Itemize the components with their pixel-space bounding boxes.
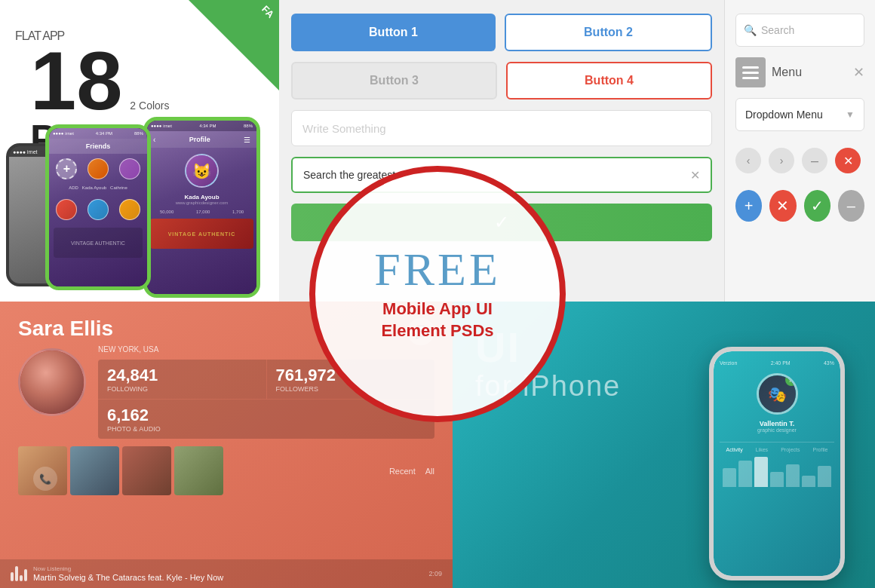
action-delete-btn[interactable]: ✕ — [769, 190, 796, 222]
now-listening-label: Now Listening — [33, 565, 422, 572]
phones-container: ●●●● irnet4:34 PM88% ●●●● irnet 4:34 PM … — [0, 106, 279, 302]
chart-bar-7 — [818, 466, 831, 487]
sara-photo-4 — [174, 446, 223, 495]
search-input-right[interactable]: 🔍 Search — [735, 14, 864, 47]
teal-avatar-row: 🎭 ★ Vallentin T. graphic designer — [720, 373, 834, 433]
sara-photo-3 — [122, 446, 171, 495]
teal-phone-body: Verzion 2:40 PM 43% 🎭 ★ — [709, 347, 845, 580]
button-2[interactable]: Button 2 — [505, 14, 712, 51]
nav-next-icon[interactable]: › — [769, 148, 794, 173]
teal-star-icon: ★ — [785, 374, 797, 386]
music-bars-icon — [11, 566, 27, 581]
nav-prev-icon[interactable]: ‹ — [735, 148, 761, 173]
friend-avatar-1 — [88, 158, 109, 179]
sara-music-bar: Now Listening Martin Solveig & The Catar… — [0, 559, 453, 588]
teal-chart — [723, 457, 831, 487]
song-time: 2:09 — [428, 570, 442, 577]
teal-user1-name: Vallentin T. — [757, 420, 798, 427]
action-circles-row: + ✕ ✓ – — [735, 190, 864, 222]
menu-row: Menu ✕ — [735, 57, 864, 87]
friend-avatar-5 — [119, 199, 140, 220]
nav-minus-icon[interactable]: – — [802, 148, 827, 173]
button-row-2: Button 3 Button 4 — [291, 62, 712, 100]
teal-phone-time: 2:40 PM — [771, 360, 791, 366]
add-friend-btn[interactable]: + — [56, 158, 77, 179]
sara-song-info: Now Listening Martin Solveig & The Catar… — [33, 565, 422, 582]
song-title: Martin Solveig & The Cataracs feat. Kyle… — [33, 573, 422, 582]
friend-avatar-2 — [119, 158, 140, 179]
sara-call-icon[interactable]: 📞 — [33, 467, 57, 491]
button-3[interactable]: Button 3 — [291, 62, 497, 100]
tab-likes[interactable]: Likes — [756, 447, 768, 452]
vintage-text: VINTAGE AUTHENTIC — [71, 240, 125, 246]
phone-green-profile: ●●●● irnet 4:34 PM 88% ‹ Profile ☰ 😺 Kad… — [143, 117, 260, 298]
teal-user1-role: graphic designer — [757, 427, 798, 433]
tab-projects[interactable]: Projects — [781, 447, 800, 452]
sara-avatar — [18, 348, 86, 416]
chart-bar-6 — [802, 476, 815, 487]
button-4[interactable]: Button 4 — [506, 62, 712, 100]
action-add-btn[interactable]: + — [735, 190, 762, 222]
center-overlay-circle: FREE Mobile App UIElement PSDs — [309, 166, 566, 422]
menu-close-icon[interactable]: ✕ — [853, 64, 864, 81]
teal-phone-screen: Verzion 2:40 PM 43% 🎭 ★ — [714, 351, 840, 576]
all-label: All — [425, 467, 434, 476]
following-label: FOLLOWING — [107, 385, 257, 393]
menu-label: Menu — [772, 66, 847, 79]
button-row-1: Button 1 Button 2 — [291, 14, 712, 51]
profile-label: Profile — [189, 136, 210, 143]
ui-elements-right: 🔍 Search Menu ✕ Dropdown Menu ▼ ‹ › – ✕ — [724, 0, 875, 302]
search-icon: 🔍 — [744, 24, 757, 36]
dropdown-arrow-icon: ▼ — [846, 109, 855, 120]
top-left-promo: FA FLAT APP 18 2 Colors PSD ●●●● irnet4:… — [0, 0, 279, 302]
chart-bar-1 — [723, 468, 736, 487]
action-minus-btn[interactable]: – — [838, 190, 864, 222]
hamburger-icon[interactable] — [735, 57, 766, 87]
teal-phone-mockup: Verzion 2:40 PM 43% 🎭 ★ — [709, 347, 860, 588]
recent-label: Recent — [389, 467, 416, 476]
friend-avatar-4 — [88, 199, 109, 220]
phone-green-friends: ●●●● irnet 4:34 PM 88% Friends + ADD Kad… — [45, 124, 151, 290]
input-clear-icon[interactable]: ✕ — [690, 168, 700, 182]
nav-close-icon[interactable]: ✕ — [835, 148, 861, 173]
search-placeholder: Search — [761, 24, 794, 36]
nav-arrows-row: ‹ › – ✕ — [735, 142, 864, 179]
following-value: 24,841 — [107, 366, 257, 385]
friends-label: Friends — [86, 142, 111, 150]
sara-stat-following: 24,841 FOLLOWING — [98, 360, 266, 399]
teal-phone-status-bar: Verzion 2:40 PM 43% — [720, 360, 834, 366]
teal-avatar-1: 🎭 ★ — [757, 373, 798, 415]
subtitle-text: Mobile App UIElement PSDs — [381, 299, 493, 341]
button-1[interactable]: Button 1 — [291, 14, 496, 51]
chart-bar-2 — [738, 461, 752, 487]
tab-activity[interactable]: Activity — [726, 447, 743, 452]
dropdown-label: Dropdown Menu — [745, 109, 823, 121]
tab-profile[interactable]: Profile — [813, 447, 828, 452]
action-confirm-btn[interactable]: ✓ — [804, 190, 830, 222]
chart-bar-5 — [786, 464, 800, 487]
placeholder-input[interactable]: Write Something — [291, 110, 712, 146]
friend-name-1: ADD Kada Ayoub Cathrine — [69, 185, 127, 190]
chart-bar-4 — [770, 472, 784, 487]
sara-photo-2 — [70, 446, 119, 495]
chart-bar-3 — [754, 457, 768, 487]
teal-tabs: Activity Likes Projects Profile — [720, 442, 834, 452]
dropdown-menu[interactable]: Dropdown Menu ▼ — [735, 98, 864, 131]
photo-audio-label: PHOTO & AUDIO — [107, 425, 425, 433]
placeholder-text: Write Something — [302, 122, 386, 135]
photo-audio-value: 6,162 — [107, 406, 425, 425]
friend-avatar-3 — [56, 199, 77, 220]
free-text: FREE — [374, 246, 501, 292]
